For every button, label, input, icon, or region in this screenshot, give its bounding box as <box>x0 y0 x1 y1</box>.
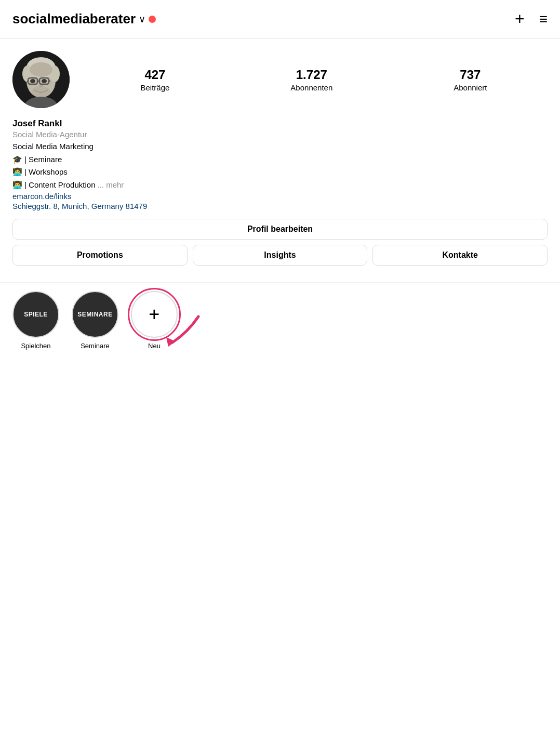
posts-count: 427 <box>144 68 165 82</box>
bio-seminare: | Seminare <box>24 154 62 166</box>
header: socialmediaberater ∨ + ≡ <box>0 0 560 38</box>
promotions-button[interactable]: Promotions <box>12 245 188 266</box>
highlight-seminare-label: Seminare <box>81 342 110 350</box>
following-count: 737 <box>460 68 481 82</box>
profile-name: Josef Rankl <box>12 118 548 129</box>
arrow-annotation <box>157 311 209 355</box>
avatar[interactable] <box>12 51 70 108</box>
bio-emoji-3: 👨‍💻 <box>12 179 22 191</box>
highlights-section: SPIELE Spielchen SEMINARE Seminare + Neu <box>0 282 560 358</box>
highlight-spielchen[interactable]: SPIELE Spielchen <box>12 291 59 350</box>
secondary-buttons: Promotions Insights Kontakte <box>12 245 548 266</box>
highlights-row: SPIELE Spielchen SEMINARE Seminare + Neu <box>12 291 548 350</box>
posts-label: Beiträge <box>140 83 169 92</box>
bio-content: | Content Produktion <box>24 179 95 191</box>
bio-text-marketing: Social Media Marketing <box>12 141 94 153</box>
username-text[interactable]: socialmediaberater <box>12 11 136 27</box>
following-label: Abonniert <box>454 83 487 92</box>
svg-point-12 <box>42 79 47 83</box>
profile-section: 427 Beiträge 1.727 Abonnenten 737 Abonni… <box>0 38 560 282</box>
bio-address-link[interactable]: Schieggstr. 8, Munich, Germany 81479 <box>12 202 548 210</box>
bio-line-3: 👩‍💻 | Workshops <box>12 166 548 178</box>
svg-point-13 <box>32 86 50 97</box>
highlight-add-new[interactable]: + Neu <box>131 291 178 350</box>
avatar-wrapper <box>12 51 70 108</box>
followers-label: Abonnenten <box>290 83 332 92</box>
highlight-spielchen-label: Spielchen <box>21 342 50 350</box>
header-actions: + ≡ <box>515 9 548 29</box>
highlight-seminare[interactable]: SEMINARE Seminare <box>72 291 118 350</box>
live-indicator-dot <box>149 16 156 23</box>
highlight-spielchen-circle: SPIELE <box>12 291 59 338</box>
bio-text: Social Media Marketing 🎓 | Seminare 👩‍💻 … <box>12 141 548 191</box>
bio-emoji-2: 👩‍💻 <box>12 166 22 178</box>
bio-website-link[interactable]: emarcon.de/links <box>12 192 548 201</box>
svg-marker-14 <box>166 337 176 347</box>
bio-workshops: | Workshops <box>24 166 68 178</box>
profile-top: 427 Beiträge 1.727 Abonnenten 737 Abonni… <box>12 51 548 108</box>
highlight-seminare-circle: SEMINARE <box>72 291 118 338</box>
profile-category: Social Media-Agentur <box>12 130 548 139</box>
header-username-section: socialmediaberater ∨ <box>12 11 515 27</box>
chevron-down-icon[interactable]: ∨ <box>139 14 145 25</box>
bio-section: Josef Rankl Social Media-Agentur Social … <box>12 118 548 210</box>
stat-following[interactable]: 737 Abonniert <box>454 68 487 92</box>
edit-profile-button[interactable]: Profil bearbeiten <box>12 219 548 240</box>
bio-line-2: 🎓 | Seminare <box>12 154 548 166</box>
add-post-icon[interactable]: + <box>515 9 525 29</box>
menu-icon[interactable]: ≡ <box>539 11 548 28</box>
bio-line-4: 👨‍💻 | Content Produktion ... mehr <box>12 179 548 191</box>
bio-emoji-1: 🎓 <box>12 154 22 166</box>
stat-posts[interactable]: 427 Beiträge <box>140 68 169 92</box>
followers-count: 1.727 <box>296 68 327 82</box>
profile-stats: 427 Beiträge 1.727 Abonnenten 737 Abonni… <box>80 68 548 92</box>
svg-point-5 <box>30 62 52 77</box>
svg-point-11 <box>30 79 35 83</box>
insights-button[interactable]: Insights <box>193 245 368 266</box>
bio-line-1: Social Media Marketing <box>12 141 548 153</box>
action-buttons: Profil bearbeiten Promotions Insights Ko… <box>12 219 548 266</box>
kontakte-button[interactable]: Kontakte <box>372 245 548 266</box>
stat-followers[interactable]: 1.727 Abonnenten <box>290 68 332 92</box>
bio-more-link[interactable]: ... mehr <box>97 179 124 191</box>
